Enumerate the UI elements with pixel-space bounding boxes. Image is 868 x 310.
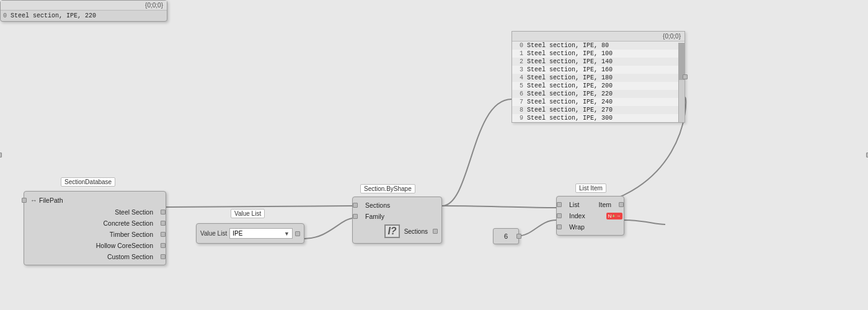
listitem-list-port[interactable] <box>557 202 562 207</box>
sectiondb-node: ↔ FilePath Steel Section Concrete Sectio… <box>24 191 166 265</box>
timber-section-port[interactable] <box>161 232 166 237</box>
timber-section-row: Timber Section <box>24 229 166 240</box>
valuelist-body: Value List IPE ▼ <box>197 224 304 243</box>
listitem-index-port[interactable] <box>557 213 562 218</box>
sectiondb-filepath-row: ↔ FilePath <box>24 194 166 206</box>
custom-section-label: Custom Section <box>24 252 158 261</box>
listitem-wrap-port[interactable] <box>557 224 562 229</box>
custom-section-row: Custom Section <box>24 251 166 262</box>
concrete-section-row: Concrete Section <box>24 218 166 229</box>
listitem-list-row: List Item <box>557 199 624 210</box>
valuelist-dropdown-label: Value List <box>200 230 227 237</box>
panel-header: {0;0;0} <box>512 32 684 42</box>
listitem-item-port[interactable] <box>619 202 624 207</box>
ibeam-icon: I? <box>384 224 399 238</box>
panel-right-port[interactable] <box>683 74 688 79</box>
output-port-left[interactable] <box>0 153 2 157</box>
sectiondb-title-label: SectionDatabase <box>61 177 115 187</box>
listitem-wrap-label: Wrap <box>564 223 624 231</box>
listitem-item-label: Item <box>594 200 616 209</box>
number-port-right[interactable] <box>516 234 521 239</box>
byshape-family-label: Family <box>360 212 441 221</box>
scrollbar[interactable] <box>678 43 684 122</box>
panel-row-2: 2 Steel section, IPE, 140 <box>512 58 684 66</box>
byshape-icon-row: I? Sections <box>353 222 441 241</box>
panel-row-8: 8 Steel section, IPE, 270 <box>512 106 684 114</box>
number-node: 6 <box>493 228 519 244</box>
steel-section-row: Steel Section <box>24 206 166 218</box>
output-row-val: Steel section, IPE, 220 <box>11 12 96 19</box>
listitem-body: List Item Index N + → Wrap <box>557 197 624 235</box>
panel-row-6: 6 Steel section, IPE, 220 <box>512 90 684 98</box>
byshape-sections-label: Sections <box>360 201 406 210</box>
byshape-node: Sections Family I? Sections <box>352 197 442 244</box>
listitem-index-row: Index N + → <box>557 210 624 221</box>
panel-row-3: 3 Steel section, IPE, 160 <box>512 66 684 74</box>
valuelist-dropdown[interactable]: IPE ▼ <box>229 228 293 239</box>
filepath-label: FilePath <box>34 196 166 205</box>
panel-row-5: 5 Steel section, IPE, 200 <box>512 82 684 90</box>
valuelist-output-port[interactable] <box>295 231 300 236</box>
byshape-family-port-in[interactable] <box>353 214 358 219</box>
hollow-section-port[interactable] <box>161 243 166 248</box>
nplus-icon: N + → <box>606 213 622 219</box>
panel-rows: 0 Steel section, IPE, 80 1 Steel section… <box>512 42 684 122</box>
output-row-idx: 0 <box>3 12 7 19</box>
number-value: 6 <box>504 232 508 240</box>
data-panel: {0;0;0} 0 Steel section, IPE, 80 1 Steel… <box>512 31 685 123</box>
byshape-sections-port-in[interactable] <box>353 203 358 208</box>
dropdown-arrow-icon: ▼ <box>284 231 290 237</box>
panel-row-1: 1 Steel section, IPE, 100 <box>512 50 684 58</box>
valuelist-dropdown-row: Value List IPE ▼ <box>197 226 304 241</box>
output-row: 0 Steel section, IPE, 220 <box>1 11 167 21</box>
byshape-sections-row: Sections <box>353 200 441 211</box>
output-header: {0;0;0} <box>1 1 167 11</box>
hollow-section-label: Hollow CoreSection <box>24 241 158 250</box>
valuelist-value: IPE <box>232 230 242 237</box>
listitem-node: List Item Index N + → Wrap <box>556 196 624 236</box>
valuelist-node: Value List IPE ▼ <box>196 223 304 244</box>
panel-row-9: 9 Steel section, IPE, 300 <box>512 114 684 122</box>
steel-section-port[interactable] <box>161 210 166 215</box>
custom-section-port[interactable] <box>161 254 166 259</box>
filepath-port-left[interactable] <box>22 198 27 203</box>
output-node: {0;0;0} 0 Steel section, IPE, 220 <box>0 0 167 22</box>
timber-section-label: Timber Section <box>24 230 158 239</box>
byshape-sections-out-label: Sections <box>400 228 430 235</box>
listitem-wrap-row: Wrap <box>557 221 624 232</box>
concrete-section-port[interactable] <box>161 221 166 226</box>
byshape-body: Sections Family I? Sections <box>353 197 441 243</box>
byshape-family-row: Family <box>353 211 441 222</box>
panel-row-4: 4 Steel section, IPE, 180 <box>512 74 684 82</box>
listitem-title-label: List Item <box>575 184 606 193</box>
concrete-section-label: Concrete Section <box>24 219 158 228</box>
byshape-title-label: Section.ByShape <box>360 184 415 193</box>
byshape-sections-port-out[interactable] <box>433 229 438 234</box>
listitem-list-label: List <box>564 200 584 209</box>
hollow-section-row: Hollow CoreSection <box>24 240 166 251</box>
steel-section-label: Steel Section <box>24 208 158 216</box>
panel-row-7: 7 Steel section, IPE, 240 <box>512 98 684 106</box>
valuelist-title-label: Value List <box>231 209 265 218</box>
sectiondb-body: ↔ FilePath Steel Section Concrete Sectio… <box>24 192 166 265</box>
panel-row-0: 0 Steel section, IPE, 80 <box>512 42 684 50</box>
listitem-index-label: Index <box>564 211 605 220</box>
